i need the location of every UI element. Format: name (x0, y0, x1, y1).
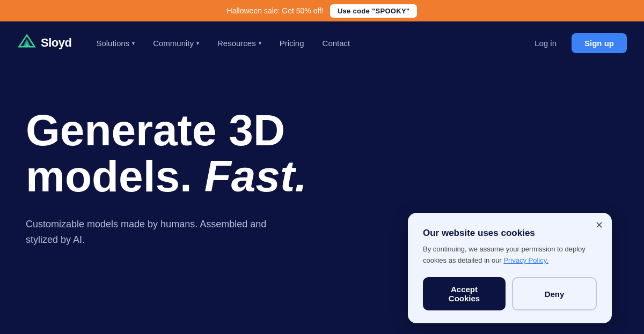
nav-item-solutions[interactable]: Solutions ▾ (89, 34, 142, 52)
accept-cookies-button[interactable]: Accept Cookies (423, 277, 506, 310)
chevron-down-icon: ▾ (196, 40, 199, 46)
chevron-down-icon: ▾ (132, 40, 135, 46)
cookie-popup: ✕ Our website uses cookies By continuing… (408, 213, 612, 323)
nav-item-pricing[interactable]: Pricing (272, 34, 312, 52)
nav-right: Log in Sign up (528, 33, 627, 53)
navbar: Sloyd Solutions ▾ Community ▾ Resources … (0, 21, 644, 64)
cookie-close-button[interactable]: ✕ (595, 220, 603, 230)
hero-title: Generate 3D models. Fast. (26, 107, 375, 199)
log-in-button[interactable]: Log in (528, 34, 563, 52)
logo-text: Sloyd (41, 36, 71, 50)
nav-item-resources[interactable]: Resources ▾ (210, 34, 269, 52)
cookie-description: By continuing, we assume your permission… (423, 244, 597, 266)
hero-section: Generate 3D models. Fast. Customizable m… (0, 64, 644, 334)
nav-links: Solutions ▾ Community ▾ Resources ▾ Pric… (89, 34, 528, 52)
top-banner: Halloween sale: Get 50% off! Use code "S… (0, 0, 644, 21)
sign-up-button[interactable]: Sign up (572, 33, 627, 53)
logo-icon (17, 33, 36, 53)
privacy-policy-link[interactable]: Privacy Policy. (503, 256, 548, 264)
hero-subtitle: Customizable models made by humans. Asse… (26, 217, 283, 248)
nav-item-community[interactable]: Community ▾ (145, 34, 207, 52)
banner-sale-text: Halloween sale: Get 50% off! (227, 6, 324, 15)
deny-cookies-button[interactable]: Deny (512, 277, 597, 310)
logo-link[interactable]: Sloyd (17, 33, 71, 53)
banner-cta-button[interactable]: Use code "SPOOKY" (330, 4, 417, 18)
cookie-actions: Accept Cookies Deny (423, 277, 597, 310)
chevron-down-icon: ▾ (259, 40, 261, 46)
nav-item-contact[interactable]: Contact (315, 34, 358, 52)
cookie-title: Our website uses cookies (423, 228, 597, 239)
